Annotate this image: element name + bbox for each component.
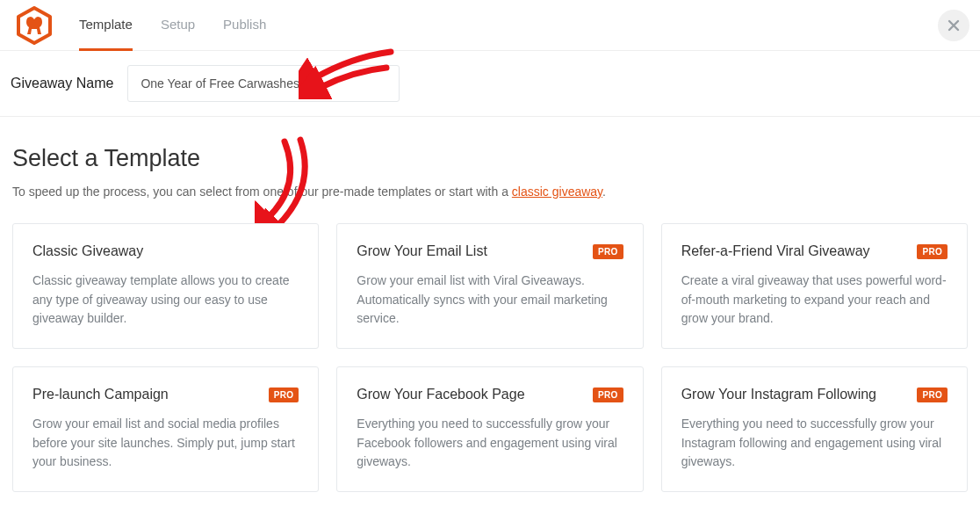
tab-label: Publish [223,17,266,32]
template-card-classic-giveaway[interactable]: Classic Giveaway Classic giveaway templa… [12,223,319,349]
intro-text: To speed up the process, you can select … [12,185,512,199]
card-head: Classic Giveaway [32,243,299,259]
card-head: Grow Your Instagram Following PRO [681,387,948,402]
pro-badge: PRO [917,244,948,259]
card-title: Pre-launch Campaign [32,387,169,402]
card-desc: Everything you need to successfully grow… [357,415,623,472]
logo [7,6,61,45]
intro-text-after: . [602,185,606,199]
pro-badge: PRO [593,387,623,402]
tab-label: Setup [161,17,195,32]
section-heading: Select a Template [12,145,968,172]
card-title: Grow Your Facebook Page [357,387,524,402]
pro-badge: PRO [917,387,948,402]
giveaway-name-row: Giveaway Name [0,51,980,117]
close-button[interactable] [938,10,969,41]
section-intro: To speed up the process, you can select … [12,185,968,199]
template-body: Select a Template To speed up the proces… [0,117,980,492]
classic-giveaway-link[interactable]: classic giveaway [512,185,602,199]
card-title: Classic Giveaway [32,243,143,259]
card-head: Grow Your Email List PRO [357,243,623,259]
template-card-pre-launch[interactable]: Pre-launch Campaign PRO Grow your email … [12,366,319,492]
card-title: Grow Your Email List [357,243,487,259]
template-card-grow-facebook[interactable]: Grow Your Facebook Page PRO Everything y… [336,366,643,492]
card-head: Grow Your Facebook Page PRO [357,387,623,402]
close-icon [948,19,960,32]
template-card-grow-instagram[interactable]: Grow Your Instagram Following PRO Everyt… [661,366,968,492]
card-title: Grow Your Instagram Following [681,387,876,402]
giveaway-name-input[interactable] [127,65,400,102]
giveaway-name-label: Giveaway Name [11,76,113,91]
rafflepress-logo-icon [15,6,54,45]
pro-badge: PRO [593,244,623,259]
template-card-refer-a-friend[interactable]: Refer-a-Friend Viral Giveaway PRO Create… [661,223,968,349]
tab-template[interactable]: Template [79,0,133,51]
template-card-grow-email-list[interactable]: Grow Your Email List PRO Grow your email… [336,223,643,349]
tab-publish[interactable]: Publish [223,0,266,51]
card-desc: Classic giveaway template allows you to … [32,272,299,329]
pro-badge: PRO [269,387,299,402]
template-grid: Classic Giveaway Classic giveaway templa… [12,223,968,492]
tab-label: Template [79,17,133,32]
card-desc: Grow your email list with Viral Giveaway… [357,272,623,329]
card-head: Refer-a-Friend Viral Giveaway PRO [681,243,948,259]
card-head: Pre-launch Campaign PRO [32,387,299,402]
top-bar: Template Setup Publish [0,0,980,51]
card-desc: Grow your email list and social media pr… [32,415,299,472]
step-tabs: Template Setup Publish [79,0,266,51]
card-desc: Create a viral giveaway that uses powerf… [681,272,948,329]
card-title: Refer-a-Friend Viral Giveaway [681,243,870,259]
card-desc: Everything you need to successfully grow… [681,415,948,472]
tab-setup[interactable]: Setup [161,0,195,51]
